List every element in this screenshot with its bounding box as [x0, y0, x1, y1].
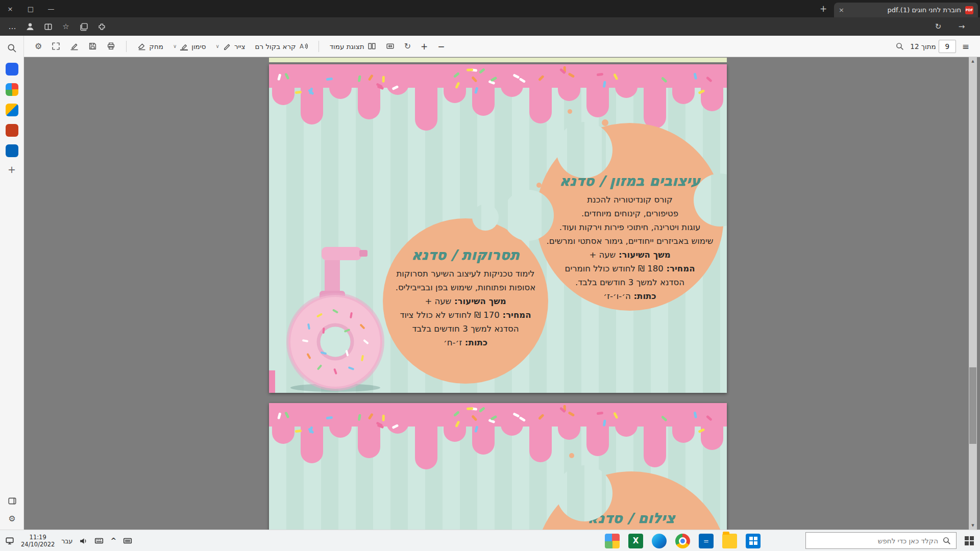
print-button[interactable] — [103, 39, 119, 53]
page-count-label: מתוך 12 — [910, 42, 936, 51]
fit-width-button[interactable] — [382, 39, 398, 53]
file-explorer-icon[interactable] — [722, 534, 737, 548]
find-in-document-button[interactable] — [892, 39, 908, 53]
sprinkle — [467, 407, 473, 410]
microsoft-store-icon[interactable] — [746, 534, 761, 548]
sprinkle — [382, 76, 385, 83]
hidden-icons-expander[interactable]: ^ — [110, 537, 116, 545]
hairstyles-text: תסרוקות / סדנא לימוד טכניקות לעיצוב השיע… — [383, 247, 548, 349]
sidebar-image-creator-icon[interactable] — [6, 83, 18, 96]
extensions-icon[interactable] — [93, 19, 110, 34]
tray-monitor-icon[interactable] — [5, 536, 14, 545]
text-line: כתות: ה׳-ו׳-ז׳ — [536, 289, 724, 303]
fullscreen-button[interactable] — [48, 39, 64, 53]
frosting-drip — [386, 403, 409, 434]
system-tray: 11:19 24/10/2022 עבר ^ — [0, 530, 137, 551]
split-screen-icon[interactable] — [40, 19, 56, 34]
sidebar-settings-icon[interactable]: ⚙ — [8, 514, 15, 523]
text-line: הסדנא למשך 3 חודשים בלבד. — [536, 276, 724, 289]
text-line: משך השיעור: שעה + — [383, 294, 548, 308]
highlighter-icon — [180, 42, 188, 51]
highlight-button[interactable]: ∨ סימון — [169, 39, 210, 53]
excel-app-icon[interactable]: X — [628, 534, 643, 548]
taskbar-search-box[interactable] — [805, 532, 957, 549]
calculator-app-icon[interactable]: = — [699, 534, 714, 548]
rotate-button[interactable]: ↻ — [401, 39, 414, 54]
signature-pen-icon — [70, 42, 79, 51]
sidebar-powerpoint-icon[interactable] — [6, 124, 18, 137]
edge-app-icon[interactable] — [652, 534, 667, 548]
read-aloud-icon: A — [299, 42, 308, 51]
search-glyph — [7, 43, 17, 53]
taskbar-search-input[interactable] — [811, 537, 938, 545]
photos-app-icon[interactable] — [605, 534, 620, 548]
chevron-down-icon[interactable]: ∨ — [173, 43, 177, 49]
page-corner-decoration — [269, 370, 275, 393]
zoom-in-button[interactable]: + — [417, 39, 431, 54]
taskbar-clock[interactable]: 11:19 24/10/2022 — [21, 534, 55, 548]
pdf-page-9: עיצובים במזון / סדנא קורס קונדיטוריה להכ… — [269, 64, 727, 393]
cookie-crumb — [568, 109, 572, 114]
sidebar-office-icon[interactable] — [6, 104, 18, 116]
clock-date: 24/10/2022 — [21, 541, 55, 548]
more-options-icon[interactable]: … — [4, 19, 20, 34]
highlight-label: סימון — [191, 42, 206, 51]
volume-icon[interactable] — [79, 537, 88, 545]
favorites-icon[interactable]: ☆ — [58, 19, 74, 34]
cookie-bite — [556, 465, 612, 521]
fit-width-icon — [386, 42, 395, 51]
window-close-button[interactable]: × — [0, 0, 20, 17]
language-indicator[interactable]: עבר — [61, 537, 72, 545]
frosting-drip — [501, 403, 523, 436]
sidebar-search-icon[interactable] — [7, 43, 17, 55]
current-page-input[interactable]: 9 — [939, 40, 956, 53]
profile-avatar[interactable] — [22, 19, 38, 34]
frosting-drip — [272, 64, 295, 105]
chevron-down-icon[interactable]: ∨ — [216, 43, 219, 49]
zoom-out-button[interactable]: − — [434, 39, 448, 54]
new-tab-button[interactable]: + — [815, 0, 832, 17]
sidebar-add-button[interactable]: + — [8, 165, 16, 174]
photography-text: צילום / סדנא אוהבת לצלם? — [534, 510, 727, 530]
windows-taskbar: 11:19 24/10/2022 עבר ^ X = — [0, 530, 980, 551]
tab-title: חוברת לחני חוגים (1).pdf — [848, 6, 961, 14]
browser-titlebar: × □ — + × חוברת לחני חוגים (1).pdf PDF — [0, 0, 980, 17]
scroll-up-arrow[interactable]: ▲ — [969, 57, 977, 65]
pdf-toolbar: ⚙ מחק ∨ סימון ∨ צייר קרא בקול רם A תצוגת… — [24, 36, 980, 57]
window-minimize-button[interactable]: — — [41, 0, 61, 17]
window-restore-button[interactable]: □ — [20, 0, 41, 17]
page-view-button[interactable]: תצוגת עמוד — [326, 39, 380, 53]
toolbar-left-icons: … ☆ — [4, 19, 110, 34]
refresh-icon[interactable]: ↻ — [930, 19, 946, 34]
previous-page-edge — [269, 58, 727, 62]
frosting-drip — [529, 403, 552, 462]
sidebar-shopping-icon[interactable] — [6, 63, 18, 76]
pdf-settings-button[interactable]: ⚙ — [31, 39, 45, 54]
pdf-menu-icon[interactable]: ≡ — [959, 39, 973, 54]
svg-text:A: A — [300, 43, 304, 50]
add-signature-button[interactable] — [66, 39, 82, 53]
pen-icon — [223, 42, 231, 51]
tab-close-icon[interactable]: × — [839, 6, 844, 14]
collections-icon[interactable] — [76, 19, 92, 34]
frosting-drip — [329, 403, 352, 438]
draw-button[interactable]: ∨ צייר — [212, 39, 249, 53]
hairstyles-circle: תסרוקות / סדנא לימוד טכניקות לעיצוב השיע… — [383, 218, 548, 384]
touch-keyboard-icon[interactable] — [123, 536, 132, 545]
save-button[interactable] — [85, 39, 101, 53]
search-icon — [895, 42, 904, 51]
forward-arrow-icon[interactable]: → — [953, 19, 970, 34]
chrome-app-icon[interactable] — [675, 534, 690, 548]
erase-button[interactable]: מחק — [134, 39, 167, 53]
start-button[interactable] — [959, 530, 980, 551]
sidebar-bottom: ⚙ — [0, 496, 24, 523]
sidebar-outlook-icon[interactable] — [6, 144, 18, 157]
scroll-down-arrow[interactable]: ▼ — [969, 521, 977, 530]
read-aloud-label: קרא בקול רם — [255, 42, 296, 51]
tray-keyboard-icon[interactable] — [94, 536, 104, 545]
vertical-scrollbar[interactable]: ▲ ▼ — [969, 57, 977, 530]
sidebar-collapse-icon[interactable] — [8, 496, 17, 506]
browser-tab[interactable]: × חוברת לחני חוגים (1).pdf PDF — [834, 3, 978, 17]
scrollbar-thumb[interactable] — [969, 367, 976, 444]
read-aloud-button[interactable]: קרא בקול רם A — [252, 39, 311, 53]
